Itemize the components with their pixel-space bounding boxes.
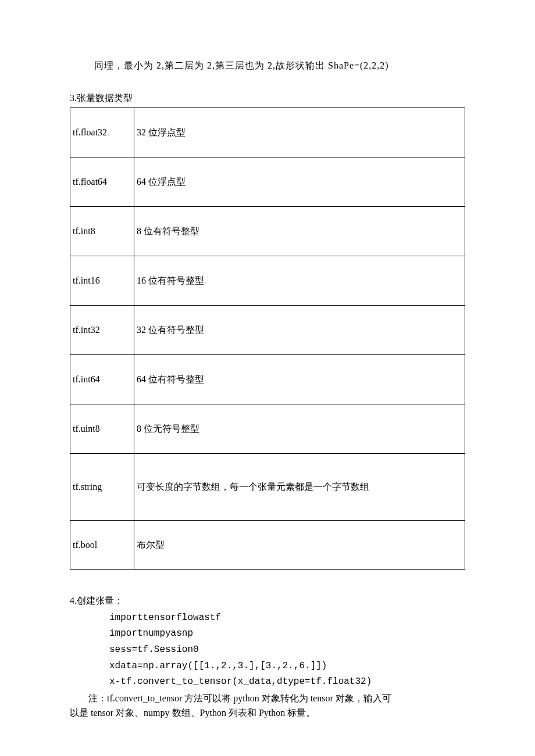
dtype-name: tf.string <box>70 454 134 521</box>
section3-title: 3.张量数据类型 <box>70 91 465 106</box>
code-line: x-tf.convert_to_tensor(x_data,dtype=tf.f… <box>109 675 465 690</box>
table-row: tf.float32 32 位浮点型 <box>70 108 465 157</box>
dtype-desc: 16 位有符号整型 <box>134 256 465 306</box>
table-row: tf.string 可变长度的字节数组，每一个张量元素都是一个字节数组 <box>70 454 465 521</box>
table-row: tf.int32 32 位有符号整型 <box>70 306 465 355</box>
dtype-desc: 32 位浮点型 <box>134 108 465 157</box>
dtype-desc: 8 位无符号整型 <box>134 404 465 454</box>
dtype-desc: 64 位浮点型 <box>134 157 465 207</box>
table-row: tf.float64 64 位浮点型 <box>70 157 465 207</box>
dtype-desc: 可变长度的字节数组，每一个张量元素都是一个字节数组 <box>134 454 465 521</box>
code-line: xdata=np.array([[1.,2.,3.],[3.,2.,6.]]) <box>109 659 465 674</box>
dtype-name: tf.uint8 <box>70 404 134 454</box>
code-line: importtensorflowastf <box>109 611 465 626</box>
table-row: tf.bool 布尔型 <box>70 521 465 570</box>
dtype-desc: 64 位有符号整型 <box>134 355 465 404</box>
dtype-name: tf.float32 <box>70 108 134 157</box>
dtype-name: tf.int32 <box>70 306 134 355</box>
dtype-name: tf.int16 <box>70 256 134 306</box>
section4-title: 4.创建张量： <box>70 593 465 608</box>
dtype-name: tf.float64 <box>70 157 134 207</box>
table-row: tf.int16 16 位有符号整型 <box>70 256 465 306</box>
table-row: tf.int64 64 位有符号整型 <box>70 355 465 404</box>
dtype-desc: 布尔型 <box>134 521 465 570</box>
dtype-name: tf.bool <box>70 521 134 570</box>
note-text: 注：tf.convert_to_tensor 方法可以将 python 对象转化… <box>70 691 465 706</box>
dtype-table: tf.float32 32 位浮点型 tf.float64 64 位浮点型 tf… <box>70 108 465 570</box>
note-text: 以是 tensor 对象、numpy 数组、Python 列表和 Python … <box>70 705 465 721</box>
dtype-desc: 8 位有符号整型 <box>134 207 465 256</box>
code-line: importnumpyasnp <box>109 626 465 642</box>
dtype-desc: 32 位有符号整型 <box>134 306 465 355</box>
table-row: tf.int8 8 位有符号整型 <box>70 207 465 256</box>
intro-text: 同理，最小为 2,第二层为 2,第三层也为 2,故形状输出 ShaPe=(2,2… <box>94 58 465 73</box>
dtype-name: tf.int8 <box>70 207 134 256</box>
table-row: tf.uint8 8 位无符号整型 <box>70 404 465 454</box>
code-line: sess=tf.Session0 <box>109 643 465 658</box>
document-page: 同理，最小为 2,第二层为 2,第三层也为 2,故形状输出 ShaPe=(2,2… <box>0 0 535 756</box>
dtype-name: tf.int64 <box>70 355 134 404</box>
